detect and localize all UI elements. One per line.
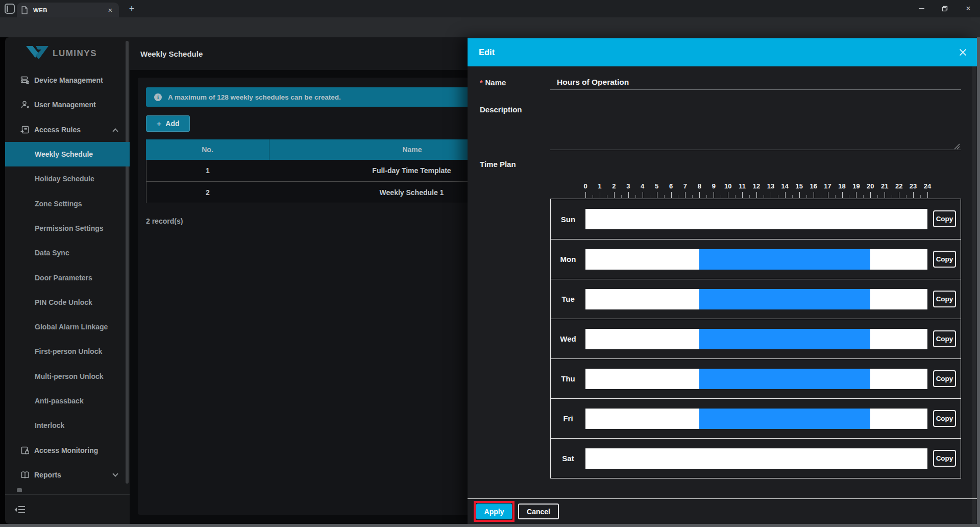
time-axis-tick (913, 192, 914, 198)
day-label: Sun (551, 199, 585, 239)
time-axis-tick (749, 195, 750, 198)
click-annotation-box (474, 501, 514, 522)
time-axis-label: 9 (712, 182, 716, 190)
time-axis-tick (771, 192, 771, 198)
sidebar-item-weekly-schedule[interactable]: Weekly Schedule (5, 142, 130, 166)
drawer-close-icon[interactable] (955, 45, 970, 59)
sidebar-item-access-rules[interactable]: Access Rules (5, 117, 130, 142)
time-segment[interactable] (699, 289, 870, 309)
device-management-icon (20, 76, 30, 85)
textarea-resize-handle[interactable] (954, 142, 960, 149)
time-track-sun[interactable] (585, 209, 927, 229)
copy-button-sun[interactable]: Copy (933, 210, 956, 227)
records-count: 2 record(s) (146, 217, 183, 225)
name-input[interactable]: Hours of Operation (557, 78, 629, 87)
sidebar-item-access-monitoring[interactable]: Access Monitoring (5, 438, 130, 462)
time-axis-tick (892, 195, 892, 198)
time-segment[interactable] (699, 249, 870, 270)
window-frame-right (977, 37, 980, 527)
new-tab-button[interactable] (126, 3, 138, 15)
time-track-mon[interactable] (585, 249, 927, 270)
copy-button-sat[interactable]: Copy (933, 450, 956, 467)
time-axis-label: 4 (641, 182, 644, 190)
sidebar-item-label: User Management (34, 101, 96, 109)
window-restore-button[interactable] (933, 0, 957, 17)
name-input-underline (550, 89, 961, 90)
time-axis-label: 8 (698, 182, 701, 190)
time-axis-label: 24 (924, 182, 931, 190)
window-close-button[interactable] (957, 0, 980, 17)
sidebar-item-pin-code-unlock[interactable]: PIN Code Unlock (5, 290, 130, 315)
copy-button-wed[interactable]: Copy (933, 330, 956, 347)
copy-button-tue[interactable]: Copy (933, 291, 956, 307)
time-axis-label: 19 (852, 182, 860, 190)
time-axis-tick (806, 195, 807, 198)
access-rules-icon (20, 125, 30, 134)
time-axis-tick (593, 195, 593, 198)
time-axis-label: 6 (669, 182, 673, 190)
time-axis-tick (799, 192, 800, 198)
time-track-fri[interactable] (585, 409, 927, 429)
tab-close-icon[interactable] (106, 6, 115, 15)
time-axis-label: 22 (895, 182, 902, 190)
access-monitoring-icon (20, 446, 30, 455)
time-axis-tick (728, 192, 728, 198)
sidebar-item-data-sync[interactable]: Data Sync (5, 241, 130, 265)
time-segment[interactable] (699, 329, 870, 349)
time-axis-tick (621, 195, 622, 198)
sidebar-item-label: Device Management (34, 76, 103, 84)
day-label: Thu (551, 359, 585, 398)
time-track-thu[interactable] (585, 369, 927, 389)
chevron-down-icon (112, 471, 118, 476)
time-track-sat[interactable] (585, 448, 927, 469)
time-track-tue[interactable] (585, 289, 927, 309)
sidebar-item-label: Data Sync (35, 249, 69, 257)
sidebar-item-reports[interactable]: Reports (5, 463, 130, 487)
description-input[interactable] (550, 97, 961, 150)
time-plan-row-sun: SunCopy (551, 199, 961, 239)
time-plan-row-tue: TueCopy (551, 279, 961, 319)
sidebar-item-door-parameters[interactable]: Door Parameters (5, 265, 130, 290)
sidebar-item-label: Access Monitoring (34, 446, 98, 454)
sidebar-item-global-alarm-linkage[interactable]: Global Alarm Linkage (5, 315, 130, 339)
day-label: Tue (551, 279, 585, 319)
copy-button-fri[interactable]: Copy (933, 410, 956, 427)
day-label: Mon (551, 239, 585, 279)
time-segment[interactable] (699, 369, 870, 389)
time-segment[interactable] (699, 409, 870, 429)
sidebar-item-label: Multi-person Unlock (35, 372, 104, 380)
browser-tab[interactable]: WEB (17, 3, 119, 17)
add-button[interactable]: Add (146, 115, 190, 132)
sidebar-item-label: Anti-passback (35, 397, 84, 405)
window-minimize-button[interactable] (910, 0, 933, 17)
time-plan-row-mon: MonCopy (551, 239, 961, 279)
drawer-scrollbar-track[interactable] (972, 66, 976, 524)
time-axis-tick (785, 192, 786, 198)
name-label: *Name (480, 78, 506, 87)
time-track-wed[interactable] (585, 329, 927, 349)
time-axis-label: 13 (767, 182, 774, 190)
table-cell: 1 (146, 160, 269, 181)
drawer-header (468, 38, 977, 66)
time-axis-label: 11 (739, 182, 746, 190)
time-axis-tick (899, 192, 899, 198)
sidebar-item-first-person-unlock[interactable]: First-person Unlock (5, 339, 130, 364)
sidebar-item-permission-settings[interactable]: Permission Settings (5, 216, 130, 241)
cancel-button[interactable]: Cancel (518, 504, 559, 519)
tab-workspaces-icon[interactable] (5, 4, 15, 14)
sidebar-item-zone-settings[interactable]: Zone Settings (5, 191, 130, 215)
time-plan-row-fri: FriCopy (551, 398, 961, 438)
sidebar-item-interlock[interactable]: Interlock (5, 413, 130, 438)
time-axis-tick (792, 195, 793, 198)
collapse-sidebar-button[interactable] (13, 505, 27, 514)
sidebar-item-anti-passback[interactable]: Anti-passback (5, 389, 130, 413)
sidebar-item-user-management[interactable]: User Management (5, 92, 130, 117)
copy-button-thu[interactable]: Copy (933, 370, 956, 387)
sidebar-item-multi-person-unlock[interactable]: Multi-person Unlock (5, 364, 130, 389)
time-axis-tick (706, 195, 707, 198)
copy-button-mon[interactable]: Copy (933, 251, 956, 268)
sidebar-item-holiday-schedule[interactable]: Holiday Schedule (5, 166, 130, 191)
table-cell: 2 (146, 182, 269, 203)
time-axis-tick (699, 192, 700, 198)
sidebar-item-device-management[interactable]: Device Management (5, 68, 130, 92)
